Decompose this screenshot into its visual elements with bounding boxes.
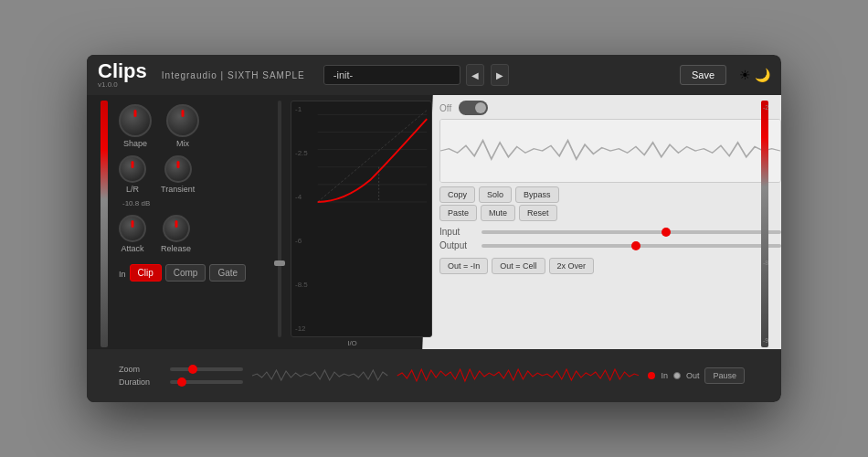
io-controls: In Out Pause — [648, 367, 745, 384]
input-row: Input — [439, 227, 781, 237]
transient-knob[interactable] — [164, 155, 192, 183]
comp-button[interactable]: Comp — [165, 264, 206, 282]
off-toggle-row: Off — [439, 101, 781, 115]
duration-slider-thumb[interactable] — [177, 377, 186, 387]
mix-knob-group: Mix — [166, 104, 199, 148]
gate-button[interactable]: Gate — [209, 264, 246, 282]
preset-prev-button[interactable]: ◀ — [466, 64, 484, 86]
shape-knob-label: Shape — [123, 139, 147, 148]
controls-panel: Shape Mix L/R Transient -10.8 dB — [119, 101, 265, 347]
out-text: Out — [686, 371, 700, 380]
vu-right-label-3: -8 — [763, 260, 779, 266]
logo-version: v1.0.0 — [98, 81, 147, 89]
io-label: I/O — [272, 339, 432, 347]
brand-text: Integraudio | SIXTH SAMPLE — [162, 70, 305, 80]
transient-knob-group: Transient — [161, 155, 195, 194]
pause-button[interactable]: Pause — [704, 367, 745, 384]
vertical-slider[interactable] — [272, 101, 287, 337]
zoom-slider-thumb[interactable] — [188, 365, 197, 374]
vu-left-bar — [101, 101, 108, 347]
bottom-bar: Zoom Duration — [87, 349, 781, 402]
out-in-button[interactable]: Out = -In — [439, 258, 488, 274]
in-label: In — [119, 270, 126, 279]
zoom-slider[interactable] — [170, 367, 243, 371]
paste-button[interactable]: Paste — [439, 205, 477, 221]
mute-button[interactable]: Mute — [481, 205, 515, 221]
zoom-label: Zoom — [119, 365, 164, 374]
release-knob-group: Release — [161, 215, 191, 253]
waveform-display — [439, 119, 781, 183]
release-knob-label: Release — [161, 244, 191, 253]
release-knob[interactable] — [163, 215, 190, 242]
header-preset: ◀ ▶ — [323, 64, 667, 86]
action-buttons-2: Paste Mute Reset — [439, 205, 781, 221]
header: Clips v1.0.0 Integraudio | SIXTH SAMPLE … — [87, 55, 781, 95]
graph-area: -1 -2.5 -4 -6 -8.5 -12 — [272, 101, 432, 347]
output-row: Output — [439, 240, 781, 250]
mode-row: In Clip Comp Gate — [119, 260, 265, 282]
duration-row: Duration — [119, 377, 243, 387]
zoom-row: Zoom — [119, 365, 243, 374]
graph-box: -1 -2.5 -4 -6 -8.5 -12 — [291, 101, 432, 337]
in-dot — [648, 372, 655, 379]
copy-button[interactable]: Copy — [439, 186, 475, 203]
duration-slider[interactable] — [170, 380, 243, 384]
solo-button[interactable]: Solo — [479, 186, 512, 203]
2x-over-button[interactable]: 2x Over — [549, 258, 595, 274]
preset-input[interactable] — [323, 65, 460, 85]
main-content: Shape Mix L/R Transient -10.8 dB — [119, 101, 781, 347]
clip-button[interactable]: Clip — [130, 264, 162, 282]
attack-knob-label: Attack — [121, 244, 143, 253]
theme-buttons: ☀ 🌙 — [739, 68, 770, 82]
shape-knob[interactable] — [119, 104, 152, 137]
routing-buttons: Out = -In Out = Cell 2x Over — [439, 258, 781, 274]
output-slider-thumb[interactable] — [631, 241, 640, 250]
mix-knob-label: Mix — [176, 139, 189, 148]
input-slider[interactable] — [482, 230, 781, 234]
out-dot — [673, 372, 681, 379]
attack-knob[interactable] — [119, 215, 146, 242]
transient-knob-label: Transient — [161, 185, 195, 194]
vu-right-label-2: -4 — [763, 182, 779, 188]
v-slider-track[interactable] — [278, 101, 281, 337]
reset-button[interactable]: Reset — [519, 205, 557, 221]
vu-right-label-1: -2 — [763, 104, 779, 111]
vu-right-labels: -2 -4 -8 -9 — [761, 101, 781, 347]
out-cell-button[interactable]: Out = Cell — [492, 258, 545, 274]
dark-theme-button[interactable]: 🌙 — [755, 68, 770, 82]
shape-knob-group: Shape — [119, 104, 152, 148]
output-slider[interactable] — [482, 244, 781, 248]
v-slider-thumb[interactable] — [274, 260, 285, 266]
action-buttons: Copy Solo Bypass — [439, 186, 781, 203]
in-text: In — [661, 371, 668, 380]
save-button[interactable]: Save — [680, 65, 726, 85]
input-label: Input — [439, 227, 476, 237]
off-label: Off — [439, 103, 451, 113]
vu-right-label-4: -9 — [763, 337, 779, 344]
right-panel: Off Copy Solo Bypass Paste Mute Rese — [439, 101, 781, 347]
db-value-display: -10.8 dB — [122, 199, 265, 207]
preset-next-button[interactable]: ▶ — [491, 64, 509, 86]
knob-row-3: Attack Release — [119, 211, 265, 253]
graph-label-4: -6 — [295, 237, 308, 245]
graph-label-5: -8.5 — [295, 281, 308, 289]
logo-title: Clips — [98, 61, 147, 81]
attack-knob-group: Attack — [119, 215, 146, 253]
zoom-duration-controls: Zoom Duration — [119, 365, 243, 387]
io-sliders: Input Output — [439, 227, 781, 254]
bypass-button[interactable]: Bypass — [515, 186, 559, 203]
toggle-switch[interactable] — [459, 101, 488, 115]
knob-row-1: Shape Mix — [119, 101, 265, 148]
light-theme-button[interactable]: ☀ — [739, 68, 751, 82]
logo-area: Clips v1.0.0 — [98, 61, 147, 89]
mode-buttons: Clip Comp Gate — [130, 264, 247, 282]
lr-knob[interactable] — [119, 155, 146, 183]
graph-slider-container: -1 -2.5 -4 -6 -8.5 -12 — [272, 101, 432, 337]
mix-knob[interactable] — [166, 104, 199, 137]
input-slider-thumb[interactable] — [662, 228, 671, 237]
plugin-window: Clips v1.0.0 Integraudio | SIXTH SAMPLE … — [87, 55, 781, 402]
graph-label-6: -12 — [295, 324, 308, 333]
duration-label: Duration — [119, 377, 164, 387]
lr-knob-group: L/R — [119, 155, 146, 194]
bottom-waveform — [252, 357, 639, 394]
